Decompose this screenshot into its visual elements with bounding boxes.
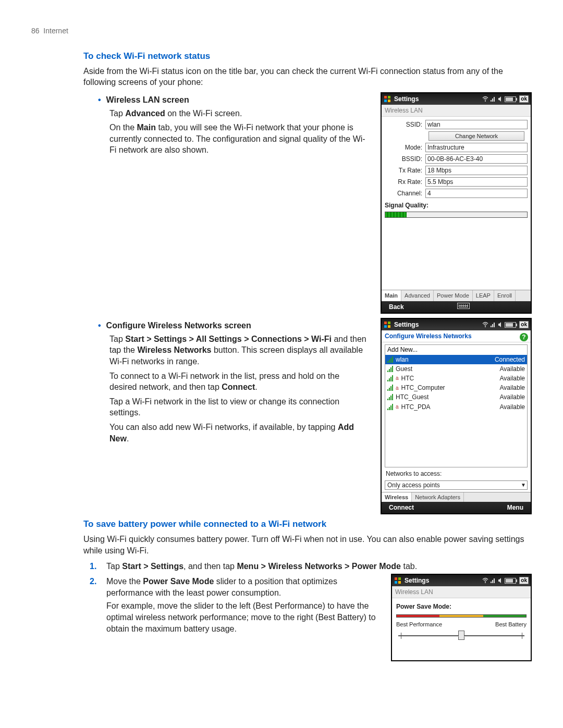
rxrate-field: 5.5 Mbps bbox=[425, 177, 528, 187]
page-header: 86 Internet bbox=[31, 26, 532, 36]
svg-rect-5 bbox=[491, 100, 492, 102]
network-status: Available bbox=[500, 384, 525, 392]
svg-rect-19 bbox=[398, 581, 401, 584]
bullet-dot-icon: • bbox=[98, 94, 101, 106]
ok-button[interactable]: ok bbox=[519, 577, 529, 584]
speaker-icon bbox=[498, 577, 503, 584]
lock-icon: a bbox=[396, 385, 399, 392]
start-icon[interactable] bbox=[394, 577, 401, 584]
bullet-head-configure: Configure Wireless Networks screen bbox=[106, 320, 369, 331]
b1-p2: On the Main tab, you will see the Wi-Fi … bbox=[109, 122, 369, 156]
lock-icon: a bbox=[396, 403, 399, 411]
network-row[interactable]: HTC_GuestAvailable bbox=[385, 392, 527, 402]
svg-rect-15 bbox=[494, 323, 495, 327]
networks-to-access-combo[interactable]: Only access points ▼ bbox=[385, 480, 528, 490]
power-save-mode-label: Power Save Mode: bbox=[396, 602, 527, 611]
network-name: HTC_Computer bbox=[401, 384, 498, 392]
svg-rect-1 bbox=[388, 96, 390, 98]
start-icon[interactable] bbox=[384, 95, 391, 103]
best-performance-label: Best Performance bbox=[396, 621, 442, 628]
window-title: Settings bbox=[394, 95, 419, 103]
svg-rect-11 bbox=[388, 325, 390, 328]
signal-bars-icon bbox=[387, 375, 394, 381]
signal-quality-label: Signal Quality: bbox=[382, 201, 531, 211]
battery-icon bbox=[505, 322, 516, 328]
bullet-dot-icon: • bbox=[98, 320, 101, 331]
step-number: 1. bbox=[90, 561, 101, 572]
signal-bars-icon bbox=[387, 356, 394, 363]
network-status: Available bbox=[500, 403, 525, 411]
add-new-item[interactable]: Add New... bbox=[385, 345, 527, 354]
svg-rect-13 bbox=[491, 326, 492, 327]
svg-point-12 bbox=[485, 326, 486, 327]
tab-enroll[interactable]: Enroll bbox=[494, 290, 516, 301]
txrate-field: 18 Mbps bbox=[425, 166, 528, 175]
svg-rect-23 bbox=[494, 578, 495, 583]
power-save-slider[interactable] bbox=[398, 635, 524, 636]
svg-point-4 bbox=[485, 101, 486, 102]
tab-advanced[interactable]: Advanced bbox=[401, 290, 434, 301]
network-name: HTC_Guest bbox=[396, 393, 498, 401]
network-status: Available bbox=[500, 365, 525, 373]
tab-wireless[interactable]: Wireless bbox=[382, 492, 412, 502]
slider-thumb[interactable] bbox=[458, 631, 464, 640]
signal-quality-bar bbox=[385, 212, 528, 218]
intro-para: Aside from the Wi-Fi status icon on the … bbox=[83, 66, 532, 88]
b2-p4: You can also add new Wi-Fi networks, if … bbox=[109, 422, 369, 444]
svg-rect-3 bbox=[388, 100, 390, 102]
network-row[interactable]: GuestAvailable bbox=[385, 364, 527, 374]
tab-leap[interactable]: LEAP bbox=[473, 290, 494, 301]
titlebar: Settings ok bbox=[392, 575, 531, 586]
section-title-check-wifi: To check Wi-Fi network status bbox=[83, 51, 532, 63]
svg-rect-0 bbox=[384, 96, 387, 98]
tab-main[interactable]: Main bbox=[382, 290, 401, 301]
network-name: HTC_PDA bbox=[401, 403, 498, 411]
bottom-bar: Back bbox=[382, 301, 531, 313]
power-gradient-bar bbox=[396, 614, 527, 618]
signal-quality-fill bbox=[385, 212, 407, 217]
ok-button[interactable]: ok bbox=[519, 95, 529, 103]
status-icons bbox=[482, 577, 516, 584]
screenshot-wireless-lan: Settings ok Wireless LAN SSID:wlan bbox=[381, 92, 532, 314]
tab-power-mode[interactable]: Power Mode bbox=[434, 290, 473, 301]
channel-label: Channel: bbox=[385, 189, 425, 198]
subheader-configure: Configure Wireless Networks bbox=[382, 330, 531, 342]
signal-icon bbox=[490, 577, 496, 584]
network-row[interactable]: aHTC_PDAAvailable bbox=[385, 402, 527, 412]
best-battery-label: Best Battery bbox=[495, 621, 527, 628]
screenshot-configure-networks: Settings ok Configure Wireless Networks … bbox=[381, 318, 532, 514]
softkey-menu[interactable]: Menu bbox=[507, 503, 523, 512]
signal-icon bbox=[490, 96, 496, 102]
start-icon[interactable] bbox=[384, 321, 391, 328]
wifi-icon bbox=[482, 322, 488, 328]
network-row[interactable]: aHTC_ComputerAvailable bbox=[385, 383, 527, 392]
tab-network-adapters[interactable]: Network Adapters bbox=[412, 492, 464, 502]
ok-button[interactable]: ok bbox=[519, 321, 529, 328]
lock-icon: a bbox=[396, 375, 399, 382]
network-row[interactable]: wlanConnected bbox=[385, 355, 527, 364]
svg-rect-8 bbox=[384, 322, 387, 324]
network-list[interactable]: Add New... wlanConnectedGuestAvailableaH… bbox=[385, 344, 528, 467]
section-name: Internet bbox=[43, 27, 68, 35]
ssid-field[interactable]: wlan bbox=[425, 120, 528, 129]
titlebar: Settings ok bbox=[382, 319, 531, 330]
b2-p1: Tap Start > Settings > All Settings > Co… bbox=[109, 334, 369, 367]
softkey-connect[interactable]: Connect bbox=[389, 503, 414, 512]
change-network-button[interactable]: Change Network bbox=[429, 131, 524, 141]
speaker-icon bbox=[498, 96, 503, 102]
keyboard-icon[interactable] bbox=[457, 303, 470, 309]
b1-p1: Tap Advanced on the Wi-Fi screen. bbox=[109, 108, 369, 119]
svg-rect-17 bbox=[398, 577, 401, 580]
signal-bars-icon bbox=[387, 394, 394, 400]
subheader-wireless-lan: Wireless LAN bbox=[382, 105, 531, 117]
tab-strip: Wireless Network Adapters bbox=[382, 492, 531, 502]
softkey-back[interactable]: Back bbox=[389, 303, 404, 311]
network-name: Guest bbox=[396, 365, 498, 373]
subheader-wireless-lan: Wireless LAN bbox=[392, 586, 531, 598]
bssid-field: 00-0B-86-AC-E3-40 bbox=[425, 154, 528, 164]
svg-rect-2 bbox=[384, 100, 387, 102]
network-row[interactable]: aHTCAvailable bbox=[385, 374, 527, 383]
rxrate-label: Rx Rate: bbox=[385, 178, 425, 186]
step-number: 2. bbox=[90, 576, 101, 587]
svg-rect-7 bbox=[494, 97, 495, 102]
